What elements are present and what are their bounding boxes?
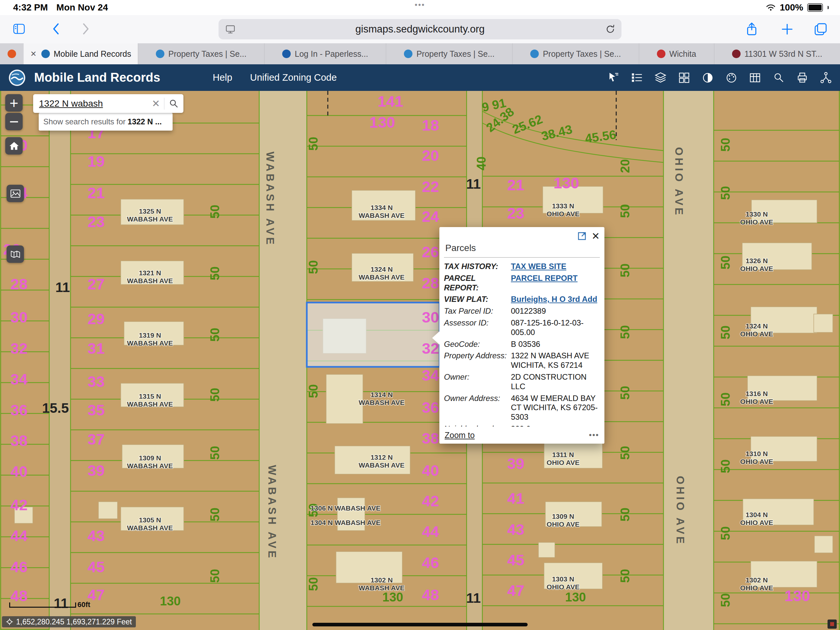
lot-number: 23 bbox=[507, 204, 524, 222]
home-extent-button[interactable] bbox=[5, 137, 23, 155]
layers-icon[interactable] bbox=[654, 71, 668, 85]
tab-11301-w-53rd-n-st[interactable]: 11301 W 53rd N ST... bbox=[714, 43, 840, 64]
search-suggestion[interactable]: Show search results for 1322 N ... bbox=[39, 113, 172, 131]
tab-pinned[interactable] bbox=[0, 43, 24, 64]
dimension-label: 20 bbox=[618, 159, 632, 173]
selected-parcel[interactable] bbox=[307, 303, 440, 367]
lot-number: 42 bbox=[11, 496, 28, 513]
dimension-label: 50 bbox=[718, 392, 733, 406]
basemap-toggle-button[interactable] bbox=[6, 185, 24, 202]
tab-property-taxes-se[interactable]: Property Taxes | Se... bbox=[386, 43, 512, 64]
field-label: Property Address: bbox=[444, 351, 511, 370]
dimension-label: 50 bbox=[718, 593, 733, 607]
lot-number: 21 bbox=[507, 176, 524, 194]
clear-search-icon[interactable]: ✕ bbox=[148, 98, 164, 109]
lot-number: 130 bbox=[369, 114, 395, 131]
tab-property-taxes-se[interactable]: Property Taxes | Se... bbox=[138, 43, 264, 64]
tab-favicon bbox=[41, 49, 50, 58]
field-label: Owner Address: bbox=[444, 394, 511, 422]
zoom-out-button[interactable]: − bbox=[5, 113, 23, 130]
lot-number: 39 bbox=[507, 455, 524, 472]
popup-field-row: VIEW PLAT:Burleighs, H O 3rd Add bbox=[444, 295, 600, 304]
share-icon[interactable] bbox=[744, 22, 759, 37]
page-format-icon[interactable] bbox=[224, 23, 236, 35]
search-input[interactable]: 1322 N wabash bbox=[33, 98, 148, 109]
forward-button-icon[interactable] bbox=[78, 22, 93, 36]
field-label: Neighborhood Code: bbox=[444, 424, 511, 426]
identify-tool-icon[interactable] bbox=[606, 71, 620, 85]
scale-bar-label: 60ft bbox=[77, 600, 90, 609]
field-value[interactable]: TAX WEB SITE bbox=[511, 262, 600, 272]
field-value[interactable]: PARCEL REPORT bbox=[511, 274, 600, 293]
popup-field-row: Property Address:1322 N WABASH AVE WICHI… bbox=[444, 351, 600, 370]
basemap-gallery-icon[interactable] bbox=[677, 71, 691, 85]
attribute-table-icon[interactable] bbox=[748, 71, 762, 85]
street-label: OHIO AVE bbox=[673, 147, 685, 217]
dimension-label: 50 bbox=[306, 384, 320, 398]
tab-wichita[interactable]: Wichita bbox=[639, 43, 714, 64]
back-button-icon[interactable] bbox=[49, 22, 64, 36]
block-number: 15.5 bbox=[42, 400, 69, 416]
share-map-icon[interactable] bbox=[819, 71, 833, 85]
dimension-label: 50 bbox=[208, 388, 222, 402]
field-value: 1322 N WABASH AVE WICHITA, KS 67214 bbox=[511, 351, 600, 370]
tab-overview-icon[interactable] bbox=[813, 22, 828, 37]
multitask-dots-icon[interactable]: ••• bbox=[415, 1, 425, 9]
swipe-tool-icon[interactable] bbox=[701, 71, 715, 85]
sidebar-toggle-icon[interactable] bbox=[12, 22, 26, 36]
tab-favicon bbox=[530, 49, 539, 58]
query-search-icon[interactable] bbox=[772, 71, 786, 85]
zoom-in-button[interactable]: + bbox=[5, 94, 23, 112]
dimension-label: 50 bbox=[208, 267, 222, 280]
reload-icon[interactable] bbox=[605, 23, 616, 35]
tab-log-in-paperless[interactable]: Log In - Paperless... bbox=[264, 43, 386, 64]
popup-header: Parcels ✕ bbox=[444, 227, 600, 257]
battery-percent: 100% bbox=[780, 2, 803, 13]
suggestion-prefix: Show search results for bbox=[43, 117, 126, 126]
draw-tool-icon[interactable] bbox=[725, 71, 738, 85]
url-text: gismaps.sedgwickcounty.org bbox=[355, 23, 485, 35]
field-label: Owner: bbox=[444, 373, 511, 392]
search-submit-button[interactable] bbox=[164, 94, 183, 113]
popup-title: Parcels bbox=[445, 243, 476, 253]
new-tab-icon[interactable] bbox=[780, 22, 795, 37]
street-label: OHIO AVE bbox=[674, 476, 687, 546]
map-view-button[interactable] bbox=[6, 245, 24, 263]
parcel-popup: Parcels ✕ TAX HISTORY:TAX WEB SITEPARCEL… bbox=[439, 227, 605, 444]
app-header: Mobile Land Records Help Unified Zoning … bbox=[0, 64, 840, 91]
building-footprint bbox=[326, 374, 363, 424]
home-indicator[interactable] bbox=[313, 623, 527, 626]
dimension-label: 50 bbox=[718, 325, 733, 339]
maximize-icon[interactable] bbox=[578, 232, 586, 240]
field-value[interactable]: Burleighs, H O 3rd Add bbox=[511, 295, 600, 304]
popup-field-row: Neighborhood Code:329.0 bbox=[444, 424, 600, 426]
field-value: 087-125-16-0-12-03-005.00 bbox=[511, 318, 600, 337]
tab-property-taxes-se[interactable]: Property Taxes | Se... bbox=[512, 43, 638, 64]
lot-number: 36 bbox=[422, 399, 439, 416]
lot-number: 21 bbox=[88, 184, 105, 202]
tab-label: 11301 W 53rd N ST... bbox=[745, 49, 822, 59]
lot-number: 36 bbox=[11, 401, 28, 419]
popup-field-row: PARCEL REPORT:PARCEL REPORT bbox=[444, 274, 600, 293]
lot-number: 19 bbox=[88, 153, 105, 170]
tab-close-icon[interactable]: ✕ bbox=[30, 49, 36, 58]
tab-label: Wichita bbox=[669, 49, 696, 59]
dimension-label: 50 bbox=[618, 325, 632, 339]
print-icon[interactable] bbox=[795, 71, 809, 85]
legend-list-icon[interactable] bbox=[630, 71, 644, 85]
field-label: GeoCode: bbox=[444, 339, 511, 349]
field-label: TAX HISTORY: bbox=[444, 262, 511, 272]
menu-help[interactable]: Help bbox=[213, 72, 232, 83]
zoom-to-link[interactable]: Zoom to bbox=[445, 431, 475, 440]
menu-unified-zoning-code[interactable]: Unified Zoning Code bbox=[250, 72, 337, 83]
more-options-icon[interactable]: ••• bbox=[589, 431, 599, 440]
address-bar[interactable]: gismaps.sedgwickcounty.org bbox=[218, 19, 622, 39]
building-footprint bbox=[814, 314, 833, 332]
lot-number: 46 bbox=[11, 558, 28, 576]
status-bar: 4:32 PM Mon Nov 24 ••• 100% bbox=[0, 0, 840, 15]
parcel-map-canvas[interactable]: 2024262830323436384042444648171921232729… bbox=[0, 91, 840, 630]
close-popup-icon[interactable]: ✕ bbox=[592, 231, 600, 242]
tab-mobile-land-records[interactable]: ✕Mobile Land Records bbox=[24, 43, 138, 64]
lot-number: 30 bbox=[422, 308, 439, 326]
lot-number: 130 bbox=[554, 174, 579, 192]
